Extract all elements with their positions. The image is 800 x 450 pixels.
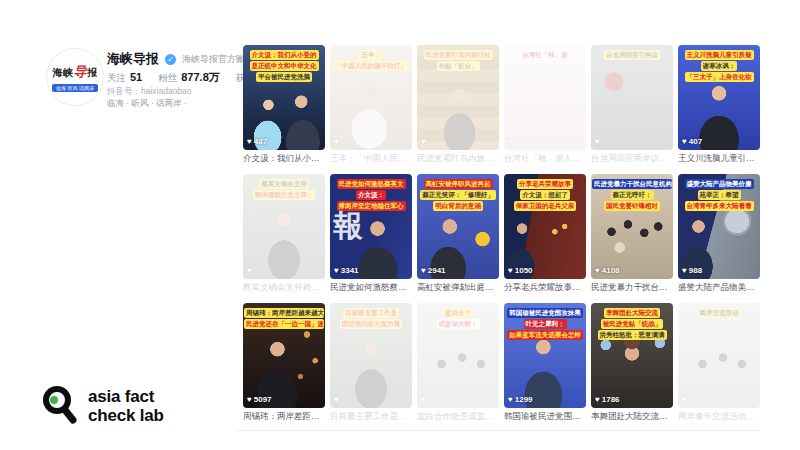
- like-count-value: 3341: [341, 266, 359, 275]
- heart-icon: ♥: [595, 395, 600, 404]
- douyin-id: 抖音号：haixiadaobao: [107, 86, 192, 98]
- video-thumbnail[interactable]: 蔡英文确会支持赖清德就任党主席： ♥: [243, 174, 325, 279]
- video-card[interactable]: 周锡玮：两岸差距越来越大民进党还在「一边一国」迷梦中 ♥ 5097 周锡玮：两岸…: [243, 303, 325, 423]
- video-card[interactable]: 王丰：「中国人民的脸不白打」 ♥ 王丰：「中国人民的脸不白打」…: [330, 45, 412, 165]
- thumbnail-overlay-text: 民进党暴力干扰台民意机构议事蔡正元呼吁：国民党要针锋相对: [593, 178, 671, 211]
- like-count: ♥ 988: [682, 266, 702, 275]
- video-thumbnail[interactable]: 民进党暴力干扰台民意机构议事蔡正元呼吁：国民党要针锋相对 ♥ 4108: [591, 174, 673, 279]
- video-caption: 两岸青年交流活动走进校园…: [678, 411, 760, 423]
- video-thumbnail[interactable]: 王丰：「中国人民的脸不白打」 ♥: [330, 45, 412, 150]
- like-count: ♥ 487: [247, 137, 267, 146]
- video-thumbnail[interactable]: 盛赞大陆产品物美价廉苑举正：希望台湾青年多来大陆看看 ♥ 988: [678, 174, 760, 279]
- profile-header: 海峡导报 ✓ 海峡导报官方账号: [107, 50, 254, 68]
- heart-icon: ♥: [595, 137, 600, 146]
- like-count-value: 1786: [602, 395, 620, 404]
- video-card[interactable]: 王义川洗脑儿童引质疑谢寒冰讽：「三太子」上身在化妆 ♥ 407 王义川洗脑儿童引…: [678, 45, 760, 165]
- video-thumbnail[interactable]: 率舞团赴大陆交流被民进党贴「统战」洪秀柱怒批：恶意满满 ♥ 1786: [591, 303, 673, 408]
- thumbnail-overlay-text: 介文汲：我们从小受的是正统中文和中华文化平台被民进党洗脑: [245, 49, 323, 82]
- like-count: ♥ 1299: [508, 395, 533, 404]
- heart-icon: ♥: [247, 137, 252, 146]
- thumbnail-overlay-text: 分享老兵荣耀故事介文汲：想起了保家卫国的老兵父亲: [506, 178, 584, 211]
- thumbnail-overlay-text: 蔡英文确会支持赖清德就任党主席：: [245, 178, 323, 200]
- video-thumbnail[interactable]: 目前最主要工作是团结党内各方面力量 ♥: [330, 303, 412, 408]
- video-card[interactable]: 韩国瑜被民进党围攻抹黑叶元之犀利：如果蓝军流失选票会怎样 ♥ 1299 韩国瑜被…: [504, 303, 586, 423]
- video-card[interactable]: 民进党紧盯岛内旅行社补贴「赴台」 ♥ 民进党紧盯岛内旅行社补贴「赴台」…: [417, 45, 499, 165]
- heart-icon: ♥: [508, 395, 513, 404]
- video-card[interactable]: 蔡英文确会支持赖清德就任党主席： ♥ 蔡英文确会支持赖清德就任党主席…: [243, 174, 325, 294]
- video-thumbnail[interactable]: 民进党紧盯岛内旅行社补贴「赴台」 ♥: [417, 45, 499, 150]
- stat-label: 关注: [107, 72, 126, 85]
- video-card[interactable]: 目前最主要工作是团结党内各方面力量 ♥ 目前最主要工作是团结党内各方面力量…: [330, 303, 412, 423]
- like-count: ♥: [334, 395, 341, 404]
- video-card[interactable]: 介文汲：我们从小受的是正统中文和中华文化平台被民进党洗脑 ♥ 487 介文汲：我…: [243, 45, 325, 165]
- video-caption: 蓝白合作能否成蓝绿大联盟？…: [417, 411, 499, 423]
- channel-logo-ribbon: 临海 听风 话两岸: [52, 84, 98, 92]
- like-count-value: 2941: [428, 266, 446, 275]
- video-thumbnail[interactable]: 蓝白合？成蓝绿大联！ ♥: [417, 303, 499, 408]
- like-count: ♥ 2941: [421, 266, 446, 275]
- like-count: ♥: [334, 137, 341, 146]
- video-card[interactable]: 台湾社「独」派 ♥ 台湾社「独」派人士街头造势…: [504, 45, 586, 165]
- like-count: ♥: [247, 266, 254, 275]
- video-card[interactable]: 蓝白合？成蓝绿大联！ ♥ 蓝白合作能否成蓝绿大联盟？…: [417, 303, 499, 423]
- profile-name: 海峡导报: [107, 50, 159, 68]
- like-count-value: 407: [689, 137, 702, 146]
- stat-value: 877.8万: [181, 70, 220, 85]
- stat-followers[interactable]: 粉丝 877.8万: [158, 70, 220, 85]
- thumbnail-overlay-text: 台湾社「独」派: [506, 49, 584, 60]
- heart-icon: ♥: [421, 137, 426, 146]
- video-card[interactable]: 高虹安被停职风波再起蔡正元笑评：「修理好」明白背后的意涵 ♥ 2941 高虹安被…: [417, 174, 499, 294]
- heart-icon: ♥: [421, 395, 426, 404]
- heart-icon: ♥: [421, 266, 426, 275]
- video-thumbnail[interactable]: 介文汲：我们从小受的是正统中文和中华文化平台被民进党洗脑 ♥ 487: [243, 45, 325, 150]
- stat-following[interactable]: 关注 51: [107, 71, 142, 85]
- video-caption: 民进党暴力干扰台民意机构议事，蔡…: [591, 282, 673, 294]
- video-thumbnail[interactable]: 韩国瑜被民进党围攻抹黑叶元之犀利：如果蓝军流失选票会怎样 ♥ 1299: [504, 303, 586, 408]
- video-card[interactable]: 民进党暴力干扰台民意机构议事蔡正元呼吁：国民党要针锋相对 ♥ 4108 民进党暴…: [591, 174, 673, 294]
- video-thumbnail[interactable]: 台湾社「独」派 ♥: [504, 45, 586, 150]
- video-caption: 王义川洗脑儿童引质疑，谢寒冰讽…: [678, 153, 760, 165]
- like-count: ♥ 407: [682, 137, 702, 146]
- heart-icon: ♥: [682, 395, 687, 404]
- profile-bio-tags: 临海 · 听风 · 话两岸 ·: [107, 98, 187, 110]
- video-thumbnail[interactable]: 两岸交流活动 ♥: [678, 303, 760, 408]
- heart-icon: ♥: [508, 266, 513, 275]
- channel-logo: 海峡导报 临海 听风 话两岸: [46, 48, 104, 106]
- stat-label: 粉丝: [158, 72, 177, 85]
- thumbnail-overlay-text: 目前最主要工作是团结党内各方面力量: [332, 307, 410, 329]
- heart-icon: ♥: [334, 266, 339, 275]
- like-count: ♥ 4108: [595, 266, 620, 275]
- heart-icon: ♥: [595, 266, 600, 275]
- magnifier-icon: [40, 384, 80, 428]
- like-count: ♥ 5097: [247, 395, 272, 404]
- video-thumbnail[interactable]: 高虹安被停职风波再起蔡正元笑评：「修理好」明白背后的意涵 ♥ 2941: [417, 174, 499, 279]
- watermark-text: asia fact check lab: [88, 387, 164, 425]
- heart-icon: ♥: [682, 266, 687, 275]
- like-count: ♥: [595, 137, 602, 146]
- video-thumbnail[interactable]: 分享老兵荣耀故事介文汲：想起了保家卫国的老兵父亲 ♥ 1050: [504, 174, 586, 279]
- video-card[interactable]: 率舞团赴大陆交流被民进党贴「统战」洪秀柱怒批：恶意满满 ♥ 1786 率舞团赴大…: [591, 303, 673, 423]
- like-count-value: 1050: [515, 266, 533, 275]
- heart-icon: ♥: [247, 395, 252, 404]
- video-card[interactable]: 分享老兵荣耀故事介文汲：想起了保家卫国的老兵父亲 ♥ 1050 分享老兵荣耀故事…: [504, 174, 586, 294]
- thumbnail-overlay-text: 率舞团赴大陆交流被民进党贴「统战」洪秀柱怒批：恶意满满: [593, 307, 671, 340]
- verified-badge-icon: ✓: [165, 54, 176, 65]
- video-caption: 台当局回应两岸议题引热议…: [591, 153, 673, 165]
- like-count: ♥ 1050: [508, 266, 533, 275]
- video-card[interactable]: 两岸交流活动 ♥ 两岸青年交流活动走进校园…: [678, 303, 760, 423]
- thumbnail-overlay-text: 王丰：「中国人民的脸不白打」: [332, 49, 410, 71]
- like-count-value: 5097: [254, 395, 272, 404]
- video-caption: 韩国瑜被民进党围攻抹黑，叶元之犀…: [504, 411, 586, 423]
- video-thumbnail[interactable]: 台当局回应引热议 ♥: [591, 45, 673, 150]
- video-card[interactable]: 盛赞大陆产品物美价廉苑举正：希望台湾青年多来大陆看看 ♥ 988 盛赞大陆产品物…: [678, 174, 760, 294]
- video-thumbnail[interactable]: 王义川洗脑儿童引质疑谢寒冰讽：「三太子」上身在化妆 ♥ 407: [678, 45, 760, 150]
- video-thumbnail[interactable]: 民进党如何激怒蔡英文介文汲：撑两岸坚定地稳住军心 ♥ 3341: [330, 174, 412, 279]
- video-caption: 周锡玮：两岸差距越来越大，民进党…: [243, 411, 325, 423]
- video-card[interactable]: 台当局回应引热议 ♥ 台当局回应两岸议题引热议…: [591, 45, 673, 165]
- video-thumbnail[interactable]: 周锡玮：两岸差距越来越大民进党还在「一边一国」迷梦中 ♥ 5097: [243, 303, 325, 408]
- heart-icon: ♥: [682, 137, 687, 146]
- like-count: ♥: [421, 137, 428, 146]
- video-card[interactable]: 民进党如何激怒蔡英文介文汲：撑两岸坚定地稳住军心 ♥ 3341 民进党如何激怒蔡…: [330, 174, 412, 294]
- stat-value: 51: [130, 71, 142, 83]
- like-count-value: 988: [689, 266, 702, 275]
